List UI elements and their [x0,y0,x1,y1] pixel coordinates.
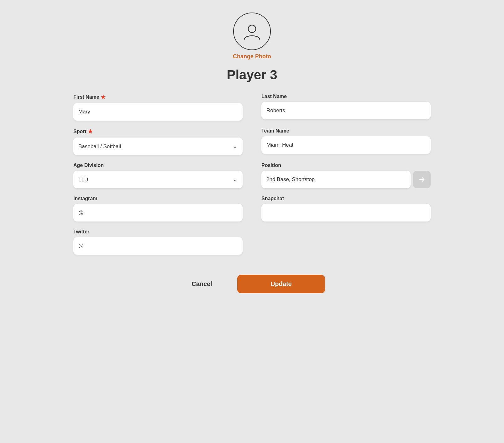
snapchat-input[interactable] [261,204,431,222]
twitter-label: Twitter [73,229,243,235]
sport-label: Sport ★ [73,128,243,135]
position-label: Position [261,163,431,168]
team-name-label: Team Name [261,128,431,134]
position-input[interactable] [261,171,411,188]
twitter-input[interactable] [73,237,243,255]
page-container: Change Photo Player 3 First Name ★ Last … [73,13,431,293]
avatar-section: Change Photo [73,13,431,60]
snapchat-group: Snapchat [261,196,431,222]
position-arrow-button[interactable] [413,171,431,188]
player-title: Player 3 [73,67,431,82]
update-button[interactable]: Update [237,275,325,293]
team-name-group: Team Name [261,128,431,155]
cancel-button[interactable]: Cancel [179,275,225,293]
position-group: Position [261,163,431,188]
svg-point-0 [248,25,256,33]
twitter-right-placeholder [261,229,431,255]
first-name-group: First Name ★ [73,94,243,121]
sport-select-wrapper: Baseball / Softball Basketball Soccer Fo… [73,138,243,155]
instagram-group: Instagram [73,196,243,222]
last-name-label: Last Name [261,94,431,99]
age-division-group: Age Division 8U 9U 10U 11U 12U 13U 14U ⌄ [73,163,243,188]
footer-buttons: Cancel Update [73,275,431,293]
last-name-input[interactable] [261,102,431,119]
arrow-right-icon [418,176,426,183]
instagram-input[interactable] [73,204,243,222]
avatar-placeholder [233,13,271,50]
snapchat-label: Snapchat [261,196,431,201]
first-name-label: First Name ★ [73,94,243,101]
sport-group: Sport ★ Baseball / Softball Basketball S… [73,128,243,155]
twitter-group: Twitter [73,229,243,255]
age-division-label: Age Division [73,163,243,168]
team-name-input[interactable] [261,136,431,154]
first-name-input[interactable] [73,103,243,121]
last-name-group: Last Name [261,94,431,121]
sport-select[interactable]: Baseball / Softball Basketball Soccer Fo… [73,138,243,155]
form-grid: First Name ★ Last Name Sport ★ Baseball … [73,94,431,262]
instagram-label: Instagram [73,196,243,201]
position-wrapper [261,171,431,188]
sport-required-star: ★ [88,128,93,135]
age-division-select[interactable]: 8U 9U 10U 11U 12U 13U 14U [73,171,243,188]
change-photo-link[interactable]: Change Photo [233,53,271,60]
first-name-required-star: ★ [101,94,106,101]
age-division-select-wrapper: 8U 9U 10U 11U 12U 13U 14U ⌄ [73,171,243,188]
user-avatar-icon [241,20,263,42]
